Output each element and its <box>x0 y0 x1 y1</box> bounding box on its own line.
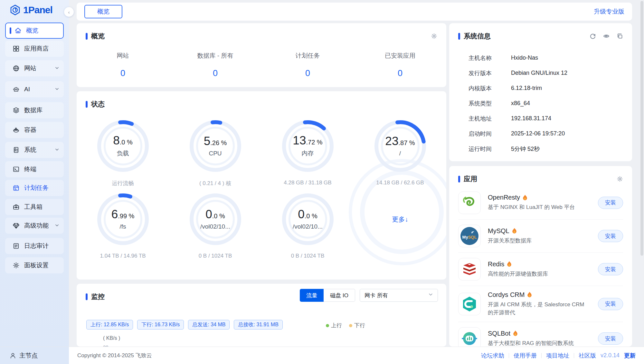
overview-settings-gear-icon[interactable] <box>431 33 437 39</box>
sidebar-item-website[interactable]: 网站 <box>5 60 64 76</box>
svg-text:MySQL: MySQL <box>462 235 477 240</box>
install-button[interactable]: 安装 <box>598 298 623 310</box>
install-button[interactable]: 安装 <box>598 332 623 345</box>
sidebar-item-system[interactable]: 系统 <box>5 142 64 158</box>
gauge-vol02-b: 0.0 %/vol02/10... 0 B / 1024 TB <box>261 193 354 259</box>
mysql-logo: MySQL <box>458 225 481 247</box>
app-name: MySQL <box>488 227 509 235</box>
refresh-icon[interactable] <box>590 33 596 39</box>
separator <box>509 353 509 358</box>
sidebar-item-cronjob[interactable]: 计划任务 <box>5 180 64 196</box>
footer-link-forum[interactable]: 论坛求助 <box>481 352 504 359</box>
scrollbar-thumb[interactable] <box>640 1 643 256</box>
app-row-openresty: OpenResty 基于 NGINX 和 LuaJIT 的 Web 平台 安装 <box>458 186 623 219</box>
calendar-icon <box>12 184 20 192</box>
gauge-subtext: 0 B / 1024 TB <box>169 253 261 259</box>
stat-label: 已安装应用 <box>354 52 446 60</box>
overview-card: 概览 网站 0 数据库 - 所有 0 计划任务 0 已安装应用 0 <box>77 23 446 87</box>
y-axis-tick: 20 <box>103 344 109 347</box>
app-desc: 开源 AI CRM 系统，是 Salesforce CRM 的开源替代 <box>488 301 590 317</box>
install-button[interactable]: 安装 <box>598 230 623 242</box>
gauge-subtext: 4.28 GB / 31.18 GB <box>261 180 354 186</box>
nic-select-value: 网卡 所有 <box>365 292 388 299</box>
toolbox-icon <box>12 203 20 211</box>
copy-icon[interactable] <box>617 33 623 39</box>
stat-value-link[interactable]: 0 <box>261 68 354 78</box>
sidebar-item-advanced[interactable]: 高级功能 <box>5 218 64 234</box>
info-row: 内核版本6.12.18-trim <box>469 81 632 96</box>
chart-legend: 上行 下行 <box>326 322 365 329</box>
footer-link-manual[interactable]: 使用手册 <box>514 352 537 359</box>
monitor-title: 监控 <box>91 292 105 301</box>
separator <box>541 353 542 358</box>
apps-settings-gear-icon[interactable] <box>617 176 623 182</box>
sidebar-item-container[interactable]: 容器 <box>5 122 64 138</box>
badge-total-sent: 总发送: 34 MB <box>188 320 230 330</box>
topbar: 概览 升级专业版 <box>77 3 632 21</box>
badge-total-received: 总接收: 31.91 MB <box>234 320 282 330</box>
app-desc: 开源关系型数据库 <box>488 237 590 245</box>
tab-traffic[interactable]: 流量 <box>300 289 324 302</box>
sidebar-item-appstore[interactable]: 应用商店 <box>5 41 64 57</box>
overview-title: 概览 <box>91 32 105 41</box>
section-bar <box>86 33 88 40</box>
cordys-crm-logo <box>458 293 481 315</box>
gauge-subtext: 0 B / 1024 TB <box>261 253 354 259</box>
dashboard-page: 1Panel ‹ 概览 应用商店 网站 AI 数据库 容器 <box>0 0 644 364</box>
active-indicator <box>10 27 11 34</box>
section-bar <box>458 33 460 40</box>
sidebar-item-overview[interactable]: 概览 <box>5 23 64 39</box>
sidebar-item-logs[interactable]: 日志审计 <box>5 238 64 254</box>
eye-icon[interactable] <box>603 33 610 39</box>
gauge-subtext: 14.18 GB / 62.6 GB <box>354 180 446 186</box>
install-button[interactable]: 安装 <box>598 197 623 209</box>
system-info-title: 系统信息 <box>464 32 491 41</box>
stat-cronjobs: 计划任务 0 <box>261 52 354 78</box>
gauge-root-disk: 23.87 %/ 14.18 GB / 62.6 GB <box>354 120 446 186</box>
app-desc: 高性能的开源键值数据库 <box>488 270 590 278</box>
section-bar <box>86 293 88 300</box>
sidebar-item-label: 高级功能 <box>24 221 49 230</box>
update-link[interactable]: 更新 <box>624 352 636 359</box>
stat-websites: 网站 0 <box>77 52 169 78</box>
status-card: 状态 8.0 %负载 运行流畅 5.26 %CPU ( 0.21 / 4 ) 核… <box>77 91 446 280</box>
sidebar-item-database[interactable]: 数据库 <box>5 102 64 118</box>
system-info-list: 主机名称Hxido-Nas 发行版本Debian GNU/Linux 12 内核… <box>449 50 632 156</box>
sidebar-collapse-button[interactable]: ‹ <box>64 7 74 17</box>
stat-label: 计划任务 <box>261 52 354 60</box>
y-axis-unit: ( KB/s ) <box>103 335 120 341</box>
chevron-down-icon <box>55 86 59 93</box>
sidebar-item-toolbox[interactable]: 工具箱 <box>5 199 64 215</box>
badge-upstream: 上行: 12.85 KB/s <box>86 320 133 330</box>
tab-disk-io[interactable]: 磁盘 IO <box>324 289 355 302</box>
sidebar-item-ai[interactable]: AI <box>5 81 64 97</box>
brand-logo: 1Panel <box>10 5 52 15</box>
upgrade-pro-link[interactable]: 升级专业版 <box>594 7 624 16</box>
app-name: Redis <box>488 261 504 268</box>
stat-value-link[interactable]: 0 <box>77 68 169 78</box>
flame-icon <box>527 292 532 298</box>
sidebar-item-label: AI <box>24 86 30 93</box>
app-name: OpenResty <box>488 194 520 201</box>
chevron-down-icon <box>55 65 59 72</box>
separator <box>574 353 574 358</box>
info-row: 运行时间5分钟 52秒 <box>469 141 632 156</box>
more-link[interactable]: 更多↓ <box>392 215 408 224</box>
sidebar-item-settings[interactable]: 面板设置 <box>5 257 64 273</box>
info-row: 主机地址192.168.31.174 <box>469 111 632 126</box>
layers-icon <box>12 106 20 114</box>
footer-link-project[interactable]: 项目地址 <box>546 352 569 359</box>
more-disks-cell: 更多↓ <box>354 193 446 246</box>
stat-value-link[interactable]: 0 <box>354 68 446 78</box>
tab-overview[interactable]: 概览 <box>84 5 122 18</box>
flame-icon <box>507 261 512 267</box>
sidebar-item-label: 日志审计 <box>24 242 49 250</box>
install-button[interactable]: 安装 <box>598 263 623 275</box>
nic-select[interactable]: 网卡 所有 <box>360 289 438 302</box>
stat-value-link[interactable]: 0 <box>169 68 261 78</box>
stat-installed-apps: 已安装应用 0 <box>354 52 446 78</box>
footer-link-community[interactable]: 社区版 <box>579 352 596 359</box>
sidebar-item-label: 面板设置 <box>24 261 49 270</box>
redis-logo <box>458 258 481 280</box>
sidebar-item-terminal[interactable]: 终端 <box>5 161 64 177</box>
